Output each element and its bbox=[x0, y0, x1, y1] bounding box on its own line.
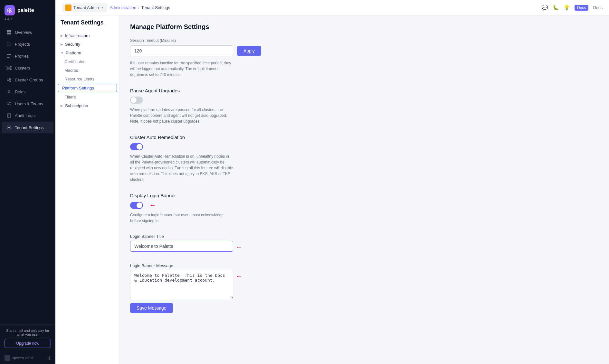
svg-point-11 bbox=[10, 66, 11, 67]
svg-point-16 bbox=[8, 102, 9, 103]
chevron-right-icon: ▶ bbox=[61, 104, 63, 107]
section-label: Subscription bbox=[65, 103, 88, 108]
panel-section-platform[interactable]: ▼ Platform bbox=[55, 49, 119, 57]
logo-icon bbox=[5, 5, 15, 15]
cluster-auto-heading: Cluster Auto Remediation bbox=[130, 135, 599, 140]
bug-icon[interactable]: 🐛 bbox=[553, 5, 559, 11]
svg-rect-8 bbox=[7, 57, 10, 58]
logo-text: palette bbox=[17, 7, 34, 13]
svg-point-17 bbox=[10, 102, 11, 103]
login-banner-helper: Configure a login banner that users must… bbox=[130, 212, 233, 224]
docs-badge[interactable]: Docs bbox=[575, 5, 588, 11]
tenant-icon bbox=[65, 5, 71, 11]
session-timeout-helper: If a user remains inactive for the speci… bbox=[130, 60, 233, 78]
content-area: Tenant Settings ▶ Infrastructure ▶ Secur… bbox=[55, 15, 609, 364]
main-area: Tenant Admin ▼ Administration / Tenant S… bbox=[55, 0, 609, 364]
right-content: Manage Platform Settings Session Timeout… bbox=[120, 15, 609, 364]
breadcrumb-current: Tenant Settings bbox=[141, 5, 170, 10]
left-panel: Tenant Settings ▶ Infrastructure ▶ Secur… bbox=[55, 15, 120, 364]
upgrade-button[interactable]: Upgrade now bbox=[5, 339, 51, 348]
svg-rect-6 bbox=[7, 54, 11, 55]
chevron-right-icon: ▶ bbox=[61, 42, 63, 46]
svg-point-13 bbox=[7, 79, 9, 81]
login-banner-title-input[interactable] bbox=[130, 241, 233, 252]
upgrade-text: Start small and only pay for what you us… bbox=[5, 329, 51, 336]
sub-item-resource-limits[interactable]: Resource Limits bbox=[55, 75, 119, 83]
pause-agent-toggle-row bbox=[130, 97, 599, 104]
svg-point-12 bbox=[10, 69, 11, 70]
collapse-sidebar-icon[interactable]: ❮ bbox=[48, 356, 51, 360]
tenant-name: Tenant Admin bbox=[73, 5, 99, 10]
chat-icon[interactable]: 💬 bbox=[542, 5, 548, 11]
panel-section-subscription[interactable]: ▶ Subscription bbox=[55, 101, 119, 110]
svg-rect-2 bbox=[7, 30, 9, 32]
sidebar-item-users-teams[interactable]: Users & Teams bbox=[2, 98, 53, 109]
section-label: Platform bbox=[66, 51, 81, 55]
sidebar-item-label: Profiles bbox=[15, 54, 29, 59]
svg-rect-7 bbox=[7, 56, 11, 56]
sidebar: palette 4.4.9 Overview Projects Profiles… bbox=[0, 0, 55, 364]
section-label: Security bbox=[65, 42, 80, 47]
sidebar-logo: palette bbox=[0, 0, 55, 17]
page-title: Manage Platform Settings bbox=[130, 23, 599, 31]
svg-point-15 bbox=[9, 80, 11, 82]
login-banner-toggle[interactable] bbox=[130, 202, 143, 209]
sidebar-item-label: Audit Logs bbox=[15, 113, 34, 118]
svg-rect-5 bbox=[9, 33, 11, 34]
session-timeout-row: Apply bbox=[130, 45, 599, 56]
breadcrumb-admin-link[interactable]: Administration bbox=[110, 5, 136, 10]
breadcrumb-separator: / bbox=[138, 5, 139, 10]
panel-section-infrastructure[interactable]: ▶ Infrastructure bbox=[55, 31, 119, 40]
version-label: 4.4.9 bbox=[0, 17, 55, 25]
sub-item-filters[interactable]: Filters bbox=[55, 93, 119, 101]
login-banner-toggle-row: ← bbox=[130, 201, 599, 209]
sidebar-item-label: Roles bbox=[15, 89, 25, 94]
svg-rect-4 bbox=[7, 33, 9, 34]
cluster-auto-helper: When Cluster Auto Remediation is on, unh… bbox=[130, 154, 233, 182]
svg-point-14 bbox=[9, 78, 11, 80]
arrow-indicator-title: ← bbox=[236, 243, 242, 251]
spectro-logo bbox=[5, 355, 10, 361]
topbar-left: Tenant Admin ▼ Administration / Tenant S… bbox=[62, 3, 170, 12]
cluster-auto-remediation-section: Cluster Auto Remediation When Cluster Au… bbox=[130, 135, 599, 182]
sub-item-certificates[interactable]: Certificates bbox=[55, 57, 119, 66]
display-login-banner-section: Display Login Banner ← Configure a login… bbox=[130, 193, 599, 224]
sidebar-nav: Overview Projects Profiles Clusters Clus… bbox=[0, 25, 55, 324]
pause-agent-toggle[interactable] bbox=[130, 97, 143, 104]
save-message-button[interactable]: Save Message bbox=[130, 303, 173, 313]
chevron-down-icon: ▼ bbox=[61, 51, 64, 55]
login-banner-heading: Display Login Banner bbox=[130, 193, 599, 198]
sidebar-item-label: Overview bbox=[15, 30, 32, 35]
cluster-auto-toggle[interactable] bbox=[130, 143, 143, 150]
session-timeout-label: Session Timeout (Minutes) bbox=[130, 38, 599, 43]
sidebar-item-overview[interactable]: Overview bbox=[2, 26, 53, 38]
help-icon[interactable]: 💡 bbox=[564, 5, 570, 11]
pause-agent-heading: Pause Agent Upgrades bbox=[130, 88, 599, 93]
sidebar-item-roles[interactable]: Roles bbox=[2, 86, 53, 98]
breadcrumb: Administration / Tenant Settings bbox=[110, 5, 170, 10]
sidebar-item-label: Users & Teams bbox=[15, 101, 43, 106]
login-banner-message-section: Login Banner Message Welcome to Palette.… bbox=[130, 263, 599, 313]
apply-button[interactable]: Apply bbox=[237, 46, 261, 56]
login-banner-message-textarea[interactable]: Welcome to Palette. This is the Docs & E… bbox=[130, 270, 233, 299]
cluster-auto-toggle-row bbox=[130, 143, 599, 150]
login-banner-message-label: Login Banner Message bbox=[130, 263, 599, 268]
sub-item-macros[interactable]: Macros bbox=[55, 66, 119, 75]
sidebar-item-label: Cluster Groups bbox=[15, 78, 43, 82]
docs-link[interactable]: Docs bbox=[593, 5, 603, 10]
sub-item-platform-settings[interactable]: Platform Settings bbox=[58, 84, 117, 92]
sidebar-item-profiles[interactable]: Profiles bbox=[2, 50, 53, 62]
sidebar-item-tenant-settings[interactable]: Tenant Settings bbox=[2, 122, 53, 133]
panel-title: Tenant Settings bbox=[55, 19, 119, 31]
sidebar-item-clusters[interactable]: Clusters bbox=[2, 62, 53, 74]
login-banner-title-section: Login Banner Title ← bbox=[130, 234, 599, 253]
topbar-right: 💬 🐛 💡 Docs Docs bbox=[542, 5, 603, 11]
tenant-dropdown-icon: ▼ bbox=[101, 6, 104, 9]
tenant-selector[interactable]: Tenant Admin ▼ bbox=[62, 3, 107, 12]
sidebar-item-audit-logs[interactable]: Audit Logs bbox=[2, 110, 53, 121]
session-timeout-input[interactable] bbox=[130, 45, 233, 56]
spectro-label: spectro cloud bbox=[12, 356, 33, 360]
panel-section-security[interactable]: ▶ Security bbox=[55, 40, 119, 49]
sidebar-item-cluster-groups[interactable]: Cluster Groups bbox=[2, 74, 53, 86]
sidebar-item-projects[interactable]: Projects bbox=[2, 38, 53, 50]
